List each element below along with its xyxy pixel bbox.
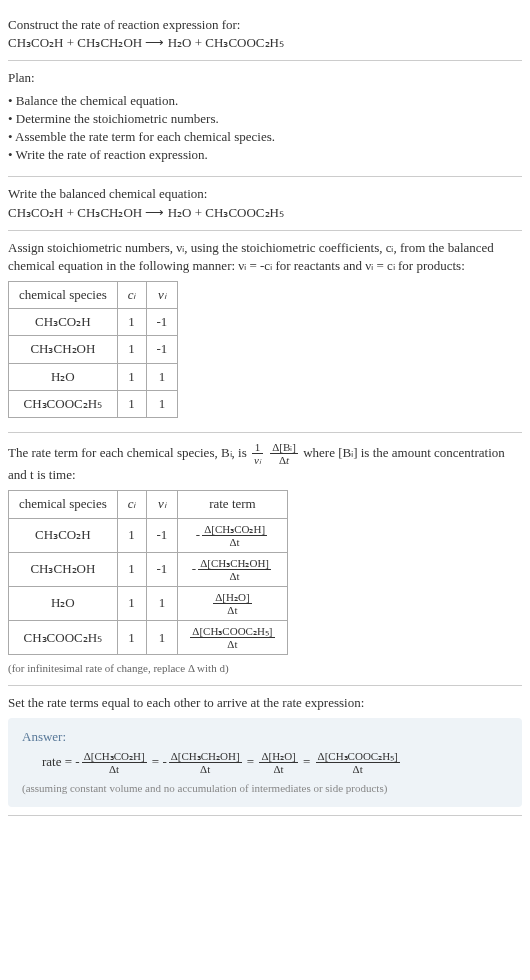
cell-c: 1 — [117, 586, 146, 620]
cell-nu: 1 — [146, 621, 178, 655]
table-row: CH₃COOC₂H₅ 1 1 Δ[CH₃COOC₂H₅]Δt — [9, 621, 288, 655]
table-row: H₂O 1 1 — [9, 363, 178, 390]
cell-nu: 1 — [146, 363, 178, 390]
table-row: CH₃COOC₂H₅ 1 1 — [9, 390, 178, 417]
cell-species: H₂O — [9, 586, 118, 620]
plan-item: Determine the stoichiometric numbers. — [8, 110, 522, 128]
cell-rateterm: Δ[H₂O]Δt — [178, 586, 287, 620]
plan-item: Balance the chemical equation. — [8, 92, 522, 110]
cell-c: 1 — [117, 390, 146, 417]
cell-nu: -1 — [146, 518, 178, 552]
table-row: CH₃CO₂H 1 -1 -Δ[CH₃CO₂H]Δt — [9, 518, 288, 552]
cell-nu: -1 — [146, 552, 178, 586]
cell-c: 1 — [117, 336, 146, 363]
prompt-title: Construct the rate of reaction expressio… — [8, 16, 522, 34]
col-c: cᵢ — [117, 491, 146, 518]
table-row: CH₃CH₂OH 1 -1 -Δ[CH₃CH₂OH]Δt — [9, 552, 288, 586]
col-species: chemical species — [9, 491, 118, 518]
col-nu: νᵢ — [146, 491, 178, 518]
cell-species: H₂O — [9, 363, 118, 390]
rateterm-intro: The rate term for each chemical species,… — [8, 441, 522, 484]
plan-heading: Plan: — [8, 69, 522, 87]
cell-nu: -1 — [146, 309, 178, 336]
cell-species: CH₃CH₂OH — [9, 336, 118, 363]
balanced-section: Write the balanced chemical equation: CH… — [8, 177, 522, 230]
cell-c: 1 — [117, 621, 146, 655]
cell-nu: 1 — [146, 390, 178, 417]
cell-species: CH₃CO₂H — [9, 309, 118, 336]
cell-species: CH₃COOC₂H₅ — [9, 390, 118, 417]
rateterm-table: chemical species cᵢ νᵢ rate term CH₃CO₂H… — [8, 490, 288, 655]
answer-note: (assuming constant volume and no accumul… — [22, 781, 508, 796]
cell-nu: 1 — [146, 586, 178, 620]
answer-expression: rate = -Δ[CH₃CO₂H]Δt = -Δ[CH₃CH₂OH]Δt = … — [22, 750, 508, 775]
balanced-heading: Write the balanced chemical equation: — [8, 185, 522, 203]
cell-species: CH₃COOC₂H₅ — [9, 621, 118, 655]
rateterm-note: (for infinitesimal rate of change, repla… — [8, 661, 522, 676]
plan-section: Plan: Balance the chemical equation. Det… — [8, 61, 522, 177]
cell-species: CH₃CH₂OH — [9, 552, 118, 586]
stoich-intro: Assign stoichiometric numbers, νᵢ, using… — [8, 239, 522, 275]
col-rateterm: rate term — [178, 491, 287, 518]
cell-c: 1 — [117, 518, 146, 552]
cell-rateterm: Δ[CH₃COOC₂H₅]Δt — [178, 621, 287, 655]
frac-one-over-nu: 1νᵢ — [252, 441, 263, 466]
rateterm-section: The rate term for each chemical species,… — [8, 433, 522, 686]
balanced-equation: CH₃CO₂H + CH₃CH₂OH ⟶ H₂O + CH₃COOC₂H₅ — [8, 204, 522, 222]
table-row: H₂O 1 1 Δ[H₂O]Δt — [9, 586, 288, 620]
answer-box: Answer: rate = -Δ[CH₃CO₂H]Δt = -Δ[CH₃CH₂… — [8, 718, 522, 807]
cell-rateterm: -Δ[CH₃CO₂H]Δt — [178, 518, 287, 552]
prompt-equation: CH₃CO₂H + CH₃CH₂OH ⟶ H₂O + CH₃COOC₂H₅ — [8, 34, 522, 52]
cell-c: 1 — [117, 363, 146, 390]
cell-species: CH₃CO₂H — [9, 518, 118, 552]
table-row: CH₃CH₂OH 1 -1 — [9, 336, 178, 363]
stoich-table: chemical species cᵢ νᵢ CH₃CO₂H 1 -1 CH₃C… — [8, 281, 178, 418]
prompt-section: Construct the rate of reaction expressio… — [8, 8, 522, 61]
frac-dBi-dt: Δ[Bᵢ]Δt — [270, 441, 298, 466]
table-header-row: chemical species cᵢ νᵢ rate term — [9, 491, 288, 518]
col-species: chemical species — [9, 282, 118, 309]
cell-c: 1 — [117, 552, 146, 586]
final-section: Set the rate terms equal to each other t… — [8, 686, 522, 816]
cell-rateterm: -Δ[CH₃CH₂OH]Δt — [178, 552, 287, 586]
col-c: cᵢ — [117, 282, 146, 309]
final-heading: Set the rate terms equal to each other t… — [8, 694, 522, 712]
table-row: CH₃CO₂H 1 -1 — [9, 309, 178, 336]
plan-list: Balance the chemical equation. Determine… — [8, 92, 522, 165]
table-header-row: chemical species cᵢ νᵢ — [9, 282, 178, 309]
plan-item: Write the rate of reaction expression. — [8, 146, 522, 164]
cell-c: 1 — [117, 309, 146, 336]
col-nu: νᵢ — [146, 282, 178, 309]
answer-label: Answer: — [22, 728, 508, 746]
plan-item: Assemble the rate term for each chemical… — [8, 128, 522, 146]
stoich-section: Assign stoichiometric numbers, νᵢ, using… — [8, 231, 522, 433]
cell-nu: -1 — [146, 336, 178, 363]
